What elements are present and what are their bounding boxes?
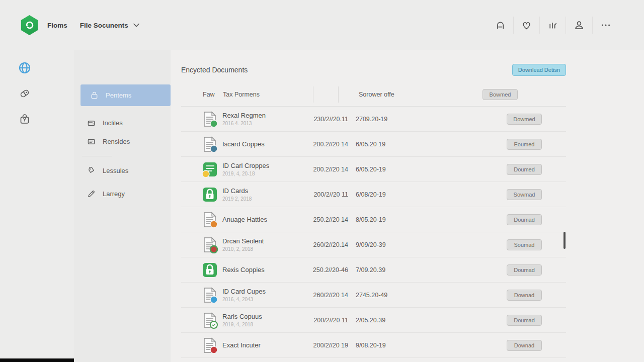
sidebar-item-larregy[interactable]: Larregy (87, 188, 171, 200)
document-subtitle: 2016, 4, 2043 (222, 297, 310, 302)
sidebar-item-lessules[interactable]: Lessules (87, 164, 171, 176)
stats-icon[interactable] (539, 17, 566, 34)
download-button[interactable]: Dowmed (507, 114, 542, 125)
column-divider (338, 86, 339, 103)
documents-table: Faw Tax Pormens Sorower offe Bowmed Rexa… (181, 83, 566, 358)
document-name: Rexis Coppies (222, 266, 310, 274)
main-content: Encycted Documents Downlead Detisn Faw T… (171, 50, 644, 362)
page-layout: Pentems Incliles Rensides Lessules Larre… (0, 50, 644, 362)
document-name: Anuage Hatties (222, 216, 310, 223)
document-date-expires: 2709.20-19 (356, 116, 402, 123)
download-button[interactable]: Doumad (507, 214, 542, 225)
document-date-uploaded: 250.2//20-46 (310, 266, 348, 274)
sidebar-item-label: Larregy (103, 190, 125, 198)
letterbox-strip-bottom (0, 358, 74, 362)
sidebar-item-label: Rensides (103, 138, 130, 145)
document-icon (201, 136, 218, 153)
topbar-icon-group (488, 17, 644, 34)
document-icon (201, 312, 218, 329)
document-date-uploaded: 200/2//20 19 (310, 342, 348, 349)
download-button[interactable]: Eoumed (507, 139, 542, 150)
brand-label[interactable]: Fioms (47, 22, 67, 29)
sidebar-item-incliles[interactable]: Incliles (87, 117, 171, 129)
table-row[interactable]: Raris Copuus 2019, 4, 2018 200/2//20 11 … (181, 308, 566, 333)
table-row[interactable]: Iscard Coppes 200.2//20 14 6/05.20 19 Eo… (181, 132, 566, 157)
refresh-logo-icon (24, 20, 35, 31)
document-icon (201, 337, 218, 354)
table-row[interactable]: Rexal Regmen 2016 4. 2013 230/2//20.11 2… (181, 107, 566, 132)
lock-icon[interactable] (18, 113, 31, 126)
bell-icon[interactable] (488, 17, 513, 34)
pencil-icon (87, 190, 96, 198)
document-name: ID Cards (222, 187, 310, 195)
document-date-uploaded: 200/2//20 11 (310, 191, 348, 198)
scrollbar-thumb[interactable] (564, 232, 566, 249)
document-date-expires: 2/05.20.39 (356, 317, 402, 324)
sidebar-item-pentems[interactable]: Pentems (80, 84, 171, 106)
sidebar-item-label: Incliles (103, 119, 123, 127)
document-date-uploaded: 200.2//20 14 (310, 141, 348, 148)
icon-rail (0, 50, 74, 362)
document-icon (201, 161, 218, 178)
document-subtitle: 2019 2, 2018 (222, 196, 310, 202)
table-body: Rexal Regmen 2016 4. 2013 230/2//20.11 2… (181, 107, 566, 358)
document-icon (201, 287, 218, 304)
document-name: Exact Incuter (222, 341, 310, 349)
document-date-expires: 7/09.20.39 (356, 266, 402, 274)
column-header-name: Tax Pormens (223, 91, 260, 98)
document-date-uploaded: 200.2//20 14 (310, 166, 348, 173)
user-icon[interactable] (566, 17, 592, 34)
download-button[interactable]: Downad (507, 290, 542, 301)
chevron-down-icon (133, 23, 139, 27)
table-row[interactable]: Rexis Coppies 250.2//20-46 7/09.20.39 Do… (181, 257, 566, 283)
download-button[interactable]: Doumad (507, 264, 542, 276)
download-button[interactable]: Doumed (507, 164, 542, 175)
document-date-uploaded: 260/2//20.14 (310, 241, 348, 248)
document-date-expires: 8/05.20-19 (356, 216, 402, 223)
document-name: Iscard Coppes (222, 140, 310, 148)
table-row[interactable]: ID Cards 2019 2, 2018 200/2//20 11 6/08/… (181, 182, 566, 207)
document-subtitle: 2019, 4, 20-18 (222, 171, 310, 176)
document-icon (201, 111, 218, 128)
download-button[interactable]: Doumad (507, 315, 542, 326)
document-icon (201, 236, 218, 253)
sidebar-divider (82, 156, 112, 156)
download-button[interactable]: Downad (507, 340, 542, 351)
more-icon[interactable] (592, 17, 619, 34)
globe-icon[interactable] (18, 61, 31, 74)
download-button[interactable]: Soumad (507, 239, 542, 250)
sidebar-item-label: Lessules (103, 167, 128, 174)
table-row[interactable]: Drcan Seolent 2010, 2, 2018 260/2//20.14… (181, 232, 566, 257)
header-download-button[interactable]: Bowmed (482, 89, 518, 100)
file-documents-menu[interactable]: File Socunents (80, 22, 139, 29)
download-all-button[interactable]: Downlead Detisn (512, 64, 566, 76)
table-row[interactable]: Exact Incuter 200/2//20 19 9/08.20-19 Do… (181, 333, 566, 358)
sidebar-item-rensides[interactable]: Rensides (87, 135, 171, 147)
table-row[interactable]: ID Card Cupes 2016, 4, 2043 260/2//20 14… (181, 283, 566, 308)
file-documents-label: File Socunents (80, 22, 128, 29)
tag-icon (87, 166, 96, 175)
document-subtitle: 2016 4. 2013 (222, 121, 310, 126)
table-row[interactable]: Anuage Hatties 250.2//20 14 8/05.20-19 D… (181, 207, 566, 232)
app-logo[interactable] (20, 15, 39, 35)
document-date-expires: 6/08/20-19 (356, 191, 402, 198)
heart-icon[interactable] (513, 17, 539, 34)
table-header: Faw Tax Pormens Sorower offe Bowmed (181, 83, 566, 107)
card-icon (87, 137, 96, 146)
document-date-uploaded: 230/2//20.11 (310, 116, 348, 123)
padlock-icon (90, 91, 99, 100)
table-row[interactable]: ID Carl Croppes 2019, 4, 20-18 200.2//20… (181, 157, 566, 182)
attachment-icon[interactable] (18, 87, 31, 100)
document-icon (201, 261, 218, 279)
download-button[interactable]: Sowmad (507, 189, 542, 200)
column-header-offer: Sorower offe (359, 91, 394, 98)
document-subtitle: 2010, 2, 2018 (222, 246, 310, 252)
document-date-expires: 9/08.20-19 (356, 342, 402, 349)
document-date-expires: 6/05.20-19 (356, 166, 402, 173)
column-divider (313, 86, 313, 103)
document-name: Rexal Regmen (222, 112, 310, 119)
sidebar: Pentems Incliles Rensides Lessules Larre… (74, 50, 171, 362)
document-date-expires: 6/05.20 19 (356, 141, 402, 148)
page-title: Encycted Documents (181, 66, 248, 74)
document-subtitle: 2019, 4, 2018 (222, 322, 310, 327)
